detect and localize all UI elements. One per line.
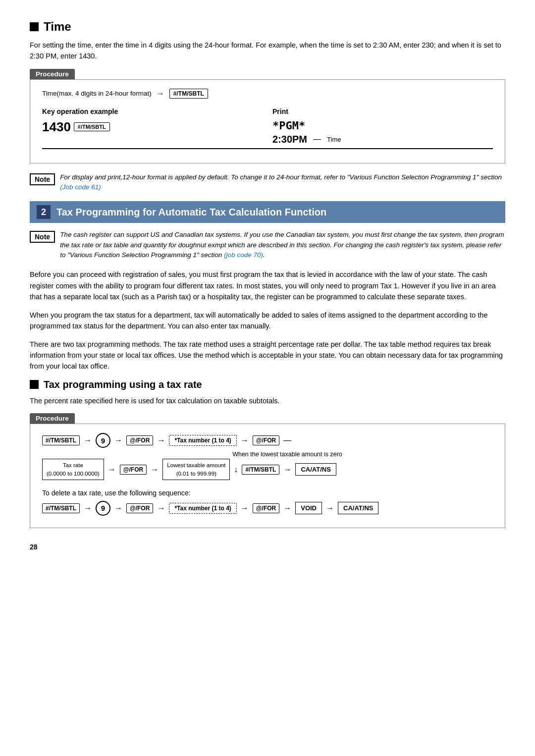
flow-arrow2: → bbox=[114, 436, 122, 445]
section2-note-text: The cash register can support US and Can… bbox=[60, 230, 505, 260]
time-note-box: Note For display and print,12-hour forma… bbox=[30, 172, 505, 193]
time-proc-row: Time(max. 4 digits in 24-hour format) → … bbox=[42, 89, 493, 99]
del-arrow4: → bbox=[241, 504, 249, 513]
section2-note-box: Note The cash register can support US an… bbox=[30, 230, 505, 260]
arrow-time: — bbox=[313, 135, 321, 144]
flow-arrow5: — bbox=[283, 436, 291, 445]
flow-key5: @/FOR bbox=[253, 435, 279, 445]
key-op-col-right: Print *PGM* 2:30PM — Time bbox=[263, 108, 493, 149]
time-note-text: For display and print,12-hour format is … bbox=[60, 172, 505, 193]
time-procedure-label: Procedure bbox=[30, 69, 75, 79]
flow-key6: @/FOR bbox=[120, 465, 147, 475]
black-square-tax-icon bbox=[30, 380, 39, 389]
flow-arrow8: ↓ bbox=[234, 465, 238, 474]
lowest-taxable-box: Lowest taxable amount (0.01 to 999.99) bbox=[162, 459, 230, 480]
time-note-link: (Job code 61) bbox=[60, 183, 101, 191]
section2-header: 2 Tax Programming for Automatic Tax Calc… bbox=[30, 201, 505, 223]
time-title: Time bbox=[44, 20, 71, 34]
flow-arrow4: → bbox=[241, 436, 249, 445]
tax-rate-body1: The percent rate specified here is used … bbox=[30, 395, 505, 406]
del-arrow6: → bbox=[326, 504, 334, 513]
flow-arrow9: → bbox=[283, 465, 291, 474]
flow-branch-container: When the lowest taxable amount is zero T… bbox=[42, 451, 493, 480]
tax-procedure-label: Procedure bbox=[30, 413, 75, 424]
tax-procedure-container: #/TM/SBTL → 9 → @/FOR → *Tax number (1 t… bbox=[30, 424, 505, 528]
section2-note-label: Note bbox=[30, 231, 55, 243]
section2-body1: Before you can proceed with registration… bbox=[30, 269, 505, 302]
section2-note-link: (job code 70) bbox=[224, 251, 263, 259]
tax-rate-section-header: Tax programming using a tax rate bbox=[30, 379, 505, 390]
del-arrow1: → bbox=[84, 504, 92, 513]
flow-arrow3: → bbox=[157, 436, 165, 445]
flow-arrow7: → bbox=[151, 465, 159, 474]
print-label: Print bbox=[272, 108, 493, 115]
page-number: 28 bbox=[30, 543, 505, 551]
key-op-key: #/TM/SBTL bbox=[74, 122, 110, 131]
flow-key1: #/TM/SBTL bbox=[42, 435, 80, 445]
time-section-header: Time bbox=[30, 20, 505, 34]
flow-key2: 9 bbox=[96, 433, 110, 448]
flow-lower-row: Tax rate (0.0000 to 100.0000) → @/FOR → … bbox=[42, 459, 493, 480]
pgm-text: *PGM* bbox=[272, 119, 305, 132]
del-key1: #/TM/SBTL bbox=[42, 503, 80, 513]
flow-branch-note: When the lowest taxable amount is zero bbox=[42, 451, 493, 458]
del-tax-number: *Tax number (1 to 4) bbox=[169, 503, 236, 514]
flow-key3: @/FOR bbox=[126, 435, 153, 445]
section2-title: Tax Programming for Automatic Tax Calcul… bbox=[56, 207, 326, 218]
tax-flow-top-row: #/TM/SBTL → 9 → @/FOR → *Tax number (1 t… bbox=[42, 433, 493, 448]
del-key3: @/FOR bbox=[126, 503, 153, 513]
time-note-label: Note bbox=[30, 173, 55, 185]
del-arrow2: → bbox=[114, 504, 122, 513]
arrow-icon: → bbox=[157, 89, 164, 98]
time-value-row: 2:30PM — Time bbox=[272, 134, 493, 145]
tax-rate-box: Tax rate (0.0000 to 100.0000) bbox=[42, 459, 104, 480]
flow-arrow1: → bbox=[84, 436, 92, 445]
time-display: 2:30PM bbox=[272, 134, 307, 145]
delete-flow-row: #/TM/SBTL → 9 → @/FOR → *Tax number (1 t… bbox=[42, 501, 493, 516]
del-void-key: VOID bbox=[295, 502, 322, 514]
del-arrow3: → bbox=[157, 504, 165, 513]
key-op-col-left: Key operation example 1430 #/TM/SBTL bbox=[42, 108, 263, 149]
section2-num: 2 bbox=[37, 205, 51, 219]
flow-final-key: CA/AT/NS bbox=[295, 463, 336, 476]
delete-note: To delete a tax rate, use the following … bbox=[42, 489, 493, 497]
section2-body3: There are two tax programming methods. T… bbox=[30, 339, 505, 372]
del-key2: 9 bbox=[96, 501, 110, 516]
del-arrow5: → bbox=[283, 504, 291, 513]
black-square-icon bbox=[30, 22, 39, 31]
del-final-key: CA/AT/NS bbox=[338, 502, 378, 514]
key-op-label: Key operation example bbox=[42, 108, 263, 115]
flow-arrow6: → bbox=[108, 465, 116, 474]
time-display-row: *PGM* bbox=[272, 119, 493, 132]
section2-body2: When you program the tax status for a de… bbox=[30, 310, 505, 332]
flow-tax-number: *Tax number (1 to 4) bbox=[169, 435, 236, 446]
time-body-text: For setting the time, enter the time in … bbox=[30, 40, 505, 62]
time-proc-text: Time(max. 4 digits in 24-hour format) bbox=[42, 90, 152, 97]
flow-key7: #/TM/SBTL bbox=[242, 465, 279, 475]
tm-sbtl-key: #/TM/SBTL bbox=[169, 89, 208, 99]
tax-rate-title: Tax programming using a tax rate bbox=[44, 379, 202, 390]
flow-lower-inner: Tax rate (0.0000 to 100.0000) → @/FOR → … bbox=[42, 459, 336, 480]
time-procedure-container: Time(max. 4 digits in 24-hour format) → … bbox=[30, 79, 505, 163]
time-display-label: Time bbox=[327, 136, 341, 143]
key-op-value: 1430 bbox=[42, 119, 71, 135]
del-key5: @/FOR bbox=[253, 503, 279, 513]
key-op-content: 1430 #/TM/SBTL bbox=[42, 119, 263, 135]
key-op-table: Key operation example 1430 #/TM/SBTL Pri… bbox=[42, 108, 493, 149]
